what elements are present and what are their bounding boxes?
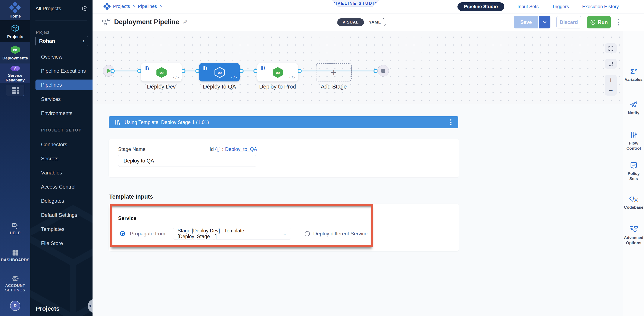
info-icon[interactable]: i <box>216 147 220 152</box>
sidebar-item-services[interactable]: Services <box>41 96 61 102</box>
save-button[interactable]: Save <box>514 16 538 29</box>
sidebar-item-file-store[interactable]: File Store <box>41 240 63 246</box>
stage-node-deploy-dev[interactable]: ∞ </> <box>141 63 182 82</box>
cd-stage-icon: ∞ <box>214 67 226 79</box>
edit-pencil-icon[interactable]: ✎ <box>183 19 188 26</box>
pipeline-canvas[interactable]: ∞ </> Deploy Dev ∞ </> Deploy to QA ∞ </… <box>92 31 644 104</box>
stage-label-deploy-to-qa: Deploy to QA <box>194 83 245 90</box>
help-label: HELP <box>10 231 20 235</box>
toolbar-advanced-options[interactable]: Advanced Options <box>623 225 644 245</box>
dashboards-button[interactable]: DASHBOARDS <box>0 250 30 262</box>
sidebar-item-pipeline-executions[interactable]: Pipeline Executions <box>41 68 86 74</box>
chevron-down-icon: ⌄ <box>283 231 286 236</box>
annotation-highlight-box <box>110 204 373 247</box>
project-select[interactable]: Rohan › <box>36 36 88 46</box>
deploy-different-radio[interactable] <box>305 231 310 236</box>
template-banner-text: Using Template: Deploy Stage 1 (1.01) <box>124 120 209 125</box>
yaml-code-tag: </> <box>231 76 237 80</box>
sidebar-item-default-settings[interactable]: Default Settings <box>41 212 77 218</box>
sidebar-item-templates[interactable]: Templates <box>41 226 64 232</box>
breadcrumb-pipelines-link[interactable]: Pipelines <box>138 4 157 9</box>
sidebar-item-access-control[interactable]: Access Control <box>41 184 76 190</box>
visual-yaml-toggle: VISUAL YAML <box>337 18 386 26</box>
cd-stage-icon: ∞ <box>272 67 284 79</box>
zoom-controls: + − <box>605 75 617 96</box>
node-port <box>195 69 200 73</box>
toggle-yaml[interactable]: YAML <box>364 18 386 26</box>
rail-module-projects[interactable]: Projects <box>0 20 30 42</box>
deploy-different-service-option[interactable]: Deploy different Service <box>305 231 368 237</box>
sidebar-item-connectors[interactable]: Connectors <box>41 142 67 148</box>
stage-node-deploy-to-qa[interactable]: ∞ </> <box>199 63 240 82</box>
collapse-arrow-icon <box>89 304 91 308</box>
propagate-radio-selected[interactable] <box>120 231 125 236</box>
zoom-in-button[interactable]: + <box>609 76 613 84</box>
run-button[interactable]: Run <box>587 16 611 29</box>
fullscreen-icon <box>608 46 614 51</box>
stage-label-deploy-dev: Deploy Dev <box>136 83 187 90</box>
stop-square-icon <box>382 69 385 73</box>
help-button[interactable]: ? HELP <box>0 223 30 235</box>
rail-module-home[interactable]: Home <box>0 0 30 20</box>
sidebar-item-delegates[interactable]: Delegates <box>41 198 64 204</box>
tab-input-sets[interactable]: Input Sets <box>518 4 539 10</box>
page-title: Deployment Pipeline <box>114 18 179 26</box>
pipeline-end-node[interactable] <box>377 65 389 77</box>
module-grid-icon <box>12 87 19 94</box>
flow-control-sliders-icon <box>630 131 638 139</box>
more-options-kebab[interactable] <box>617 18 620 27</box>
toggle-visual[interactable]: VISUAL <box>338 18 364 26</box>
id-label: Id <box>210 146 214 152</box>
tab-pipeline-studio[interactable]: Pipeline Studio <box>458 2 504 11</box>
service-heading: Service <box>118 215 136 221</box>
node-port <box>254 69 258 73</box>
fullscreen-button[interactable] <box>605 43 617 53</box>
node-port <box>374 69 378 73</box>
add-stage-button[interactable]: + <box>316 63 352 82</box>
account-settings-button[interactable]: ACCOUNT SETTINGS <box>0 275 30 292</box>
template-indicator-icon <box>144 66 150 71</box>
zoom-out-button[interactable]: − <box>609 86 613 95</box>
deployments-icon: ∞ <box>10 46 20 54</box>
stage-name-label: Stage Name <box>118 146 146 152</box>
propagate-stage-dropdown[interactable]: Stage [Deploy Dev] - Template [Deploy_St… <box>173 228 291 239</box>
tab-execution-history[interactable]: Execution History <box>582 4 619 10</box>
sidebar-item-pipelines[interactable]: Pipelines <box>36 80 92 90</box>
sidebar-item-variables[interactable]: Variables <box>41 170 62 176</box>
svg-text:!: ! <box>636 199 636 201</box>
all-projects-header[interactable]: All Projects <box>36 6 88 12</box>
discard-button[interactable]: Discard <box>556 16 581 29</box>
save-dropdown-button[interactable] <box>538 16 550 29</box>
sidebar-item-overview[interactable]: Overview <box>41 54 62 60</box>
chevron-right-icon: › <box>83 38 84 44</box>
breadcrumb-separator: > <box>160 4 162 9</box>
help-chat-icon: ? <box>12 223 18 229</box>
rail-module-deployments[interactable]: ∞ Deployments <box>0 42 30 64</box>
node-port <box>181 69 186 73</box>
toolbar-notify[interactable]: Notify <box>623 101 644 115</box>
marquee-select-icon <box>608 61 614 67</box>
tab-triggers[interactable]: Triggers <box>552 4 569 10</box>
sidebar-item-secrets[interactable]: Secrets <box>41 156 58 162</box>
yaml-code-tag: </> <box>289 76 295 80</box>
selection-mode-button[interactable] <box>605 59 617 69</box>
toolbar-policy-sets[interactable]: Policy Sets <box>623 162 644 181</box>
notify-paper-plane-icon <box>630 101 638 108</box>
stage-name-input[interactable] <box>118 155 256 167</box>
sidebar-footer-title: Projects <box>36 305 60 312</box>
toolbar-codebase[interactable]: ! Codebase <box>623 195 644 210</box>
service-reliability-icon: ✓ <box>10 66 20 71</box>
user-avatar[interactable]: R <box>10 300 20 311</box>
stage-id-value[interactable]: Deploy_to_QA <box>225 146 257 152</box>
toolbar-flow-control[interactable]: Flow Control <box>623 131 644 151</box>
breadcrumb-projects-link[interactable]: Projects <box>113 4 130 9</box>
node-port <box>137 69 142 73</box>
rail-module-service-reliability[interactable]: ✓ Service Reliability <box>0 64 30 83</box>
pipeline-studio-badge: PIPELINE STUDIO <box>332 0 379 7</box>
using-template-banner: Using Template: Deploy Stage 1 (1.01) <box>109 116 458 128</box>
sidebar-item-environments[interactable]: Environments <box>41 110 72 116</box>
toolbar-variables[interactable]: Σx Variables <box>623 67 644 82</box>
stage-node-deploy-to-prod[interactable]: ∞ </> <box>257 63 298 82</box>
module-picker-button[interactable] <box>6 85 24 96</box>
template-options-kebab[interactable] <box>449 118 452 126</box>
